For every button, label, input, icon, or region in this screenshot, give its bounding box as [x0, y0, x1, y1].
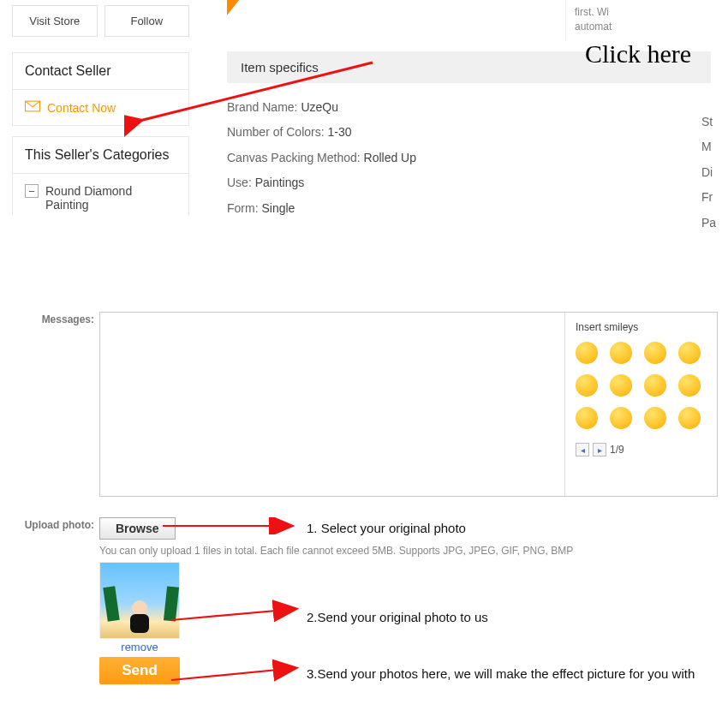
- messages-label: Messages:: [21, 312, 94, 497]
- smiley-icon[interactable]: [610, 342, 632, 364]
- insert-smileys-label: Insert smileys: [576, 321, 707, 333]
- pager-label: 1/9: [610, 444, 624, 456]
- smiley-icon[interactable]: [678, 374, 701, 397]
- category-item-round-diamond[interactable]: − Round Diamond Painting: [13, 174, 188, 215]
- smiley-icon[interactable]: [576, 374, 598, 397]
- sellers-categories-header: This Seller's Categories: [13, 137, 188, 174]
- smiley-grid: [576, 342, 707, 429]
- instruction-step-1: 1. Select your original photo: [307, 521, 466, 535]
- smiley-icon[interactable]: [678, 342, 701, 364]
- smiley-icon[interactable]: [576, 407, 598, 429]
- instruction-step-3: 3.Send your photos here, we will make th…: [307, 665, 695, 684]
- uploaded-photo-thumbnail: [99, 562, 180, 639]
- info-snippet: first. Wi automat: [565, 0, 638, 41]
- message-textarea[interactable]: [100, 313, 564, 496]
- click-here-annotation: Click here: [585, 39, 691, 69]
- upload-photo-label: Upload photo:: [21, 517, 94, 684]
- remove-photo-link[interactable]: remove: [99, 641, 180, 653]
- banner-corner-icon: [227, 0, 239, 15]
- contact-seller-header: Contact Seller: [13, 53, 188, 90]
- instruction-step-2: 2.Send your original photo to us: [307, 610, 488, 624]
- smiley-icon[interactable]: [644, 342, 666, 364]
- item-specifics-list: Brand Name: UzeQu Number of Colors: 1-30…: [227, 95, 728, 221]
- upload-hint: You can only upload 1 files in total. Ea…: [99, 545, 573, 557]
- pager-next-button[interactable]: ▸: [593, 443, 606, 456]
- category-label: Round Diamond Painting: [45, 184, 176, 212]
- contact-now-link[interactable]: Contact Now: [13, 90, 188, 125]
- smiley-icon[interactable]: [644, 374, 666, 397]
- smiley-icon[interactable]: [576, 342, 598, 364]
- collapse-icon[interactable]: −: [25, 184, 39, 198]
- smiley-icon[interactable]: [678, 407, 701, 429]
- smiley-icon[interactable]: [644, 407, 666, 429]
- contact-now-label: Contact Now: [47, 101, 116, 115]
- visit-store-button[interactable]: Visit Store: [12, 5, 98, 37]
- smiley-icon[interactable]: [610, 407, 632, 429]
- send-button[interactable]: Send: [99, 657, 180, 684]
- envelope-icon: [25, 100, 40, 115]
- pager-prev-button[interactable]: ◂: [576, 443, 589, 456]
- item-specifics-right-column: St M Di Fr Pa: [701, 110, 716, 236]
- browse-button[interactable]: Browse: [99, 517, 176, 540]
- smiley-icon[interactable]: [610, 374, 632, 397]
- follow-button[interactable]: Follow: [104, 5, 190, 37]
- banner: first. Wi automat: [227, 0, 638, 41]
